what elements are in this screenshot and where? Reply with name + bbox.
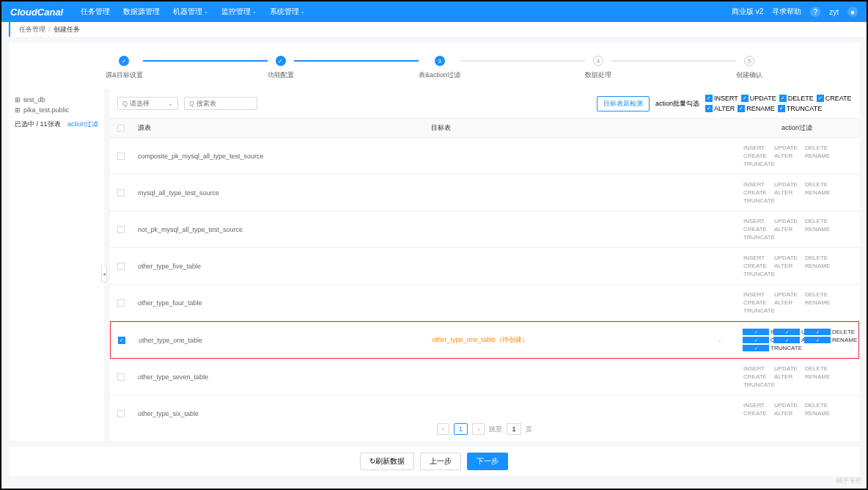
step-dot: 5 (744, 56, 754, 66)
jump-input[interactable] (507, 423, 521, 435)
source-table-name: other_type_five_table (132, 258, 425, 274)
filter-select[interactable]: Q ⌄ (117, 97, 178, 110)
target-table-cell[interactable]: other_type_one_table（待创建）⌄ (426, 331, 734, 349)
search-table-input[interactable] (196, 100, 255, 107)
action-filter-link[interactable]: action过滤 (67, 120, 98, 129)
help-icon[interactable]: ? (810, 7, 820, 17)
batch-cb-delete[interactable]: ✓ (779, 95, 787, 102)
col-actions: action过滤 (735, 119, 859, 137)
step-dot: 4 (593, 56, 603, 66)
batch-cb-insert[interactable]: ✓ (705, 95, 713, 102)
table-row: not_pk_mysql_all_type_test_source INSERT… (110, 211, 859, 248)
db-tree-item[interactable]: ⊞test_db (15, 95, 98, 105)
actions-cell: ✓INSERT✓UPDATE✓DELETE✓CREATE✓ALTER✓RENAM… (740, 326, 853, 354)
nav-item-0[interactable]: 任务管理 (81, 7, 110, 17)
watermark: 橘乎专栏 (836, 476, 862, 486)
source-table-name: other_type_six_table (132, 406, 425, 418)
database-icon: ⊞ (15, 106, 21, 114)
page-next-button[interactable]: › (472, 423, 485, 435)
breadcrumb: 任务管理 / 创建任务 (9, 22, 867, 37)
target-table-cell[interactable] (425, 225, 735, 234)
nav-item-2[interactable]: 机器管理 ⌄ (173, 7, 208, 17)
selection-status: 已选中 / 11张表 (15, 120, 61, 128)
target-check-button[interactable]: 目标表新检测 (597, 96, 650, 111)
table-row: composite_pk_mysql_all_type_test_source … (110, 138, 859, 175)
chevron-down-icon: ⌄ (717, 337, 722, 343)
user-avatar-icon[interactable]: ● (847, 7, 858, 17)
nav-item-3[interactable]: 监控管理 ⌄ (221, 7, 257, 17)
page-number[interactable]: 1 (454, 423, 468, 435)
top-bar: CloudCanal 任务管理数据源管理机器管理 ⌄监控管理 ⌄系统管理 ⌄ 商… (1, 1, 867, 22)
batch-cb-alter[interactable]: ✓ (705, 105, 713, 112)
breadcrumb-parent[interactable]: 任务管理 (19, 25, 45, 34)
db-sidebar: ⊞test_db⊞pika_test.public 已选中 / 11张表 act… (9, 89, 104, 441)
resize-handle-icon[interactable]: ◂ (101, 265, 107, 282)
row-checkbox[interactable] (117, 189, 125, 197)
row-checkbox[interactable] (117, 299, 125, 307)
row-checkbox[interactable]: ✓ (118, 337, 125, 344)
table-row: other_type_seven_table INSERTUPDATEDELET… (110, 359, 859, 395)
target-table-cell[interactable] (425, 373, 735, 381)
row-checkbox[interactable] (117, 410, 125, 417)
step-label: 创建确认 (736, 70, 762, 80)
table-content: Q ⌄ Q 目标表新检测 action批量勾选 ✓INSERT✓UPDATE✓D… (110, 89, 859, 441)
act-cb[interactable]: ✓ (743, 337, 769, 343)
logo: CloudCanal (10, 7, 63, 18)
target-table-cell[interactable] (425, 409, 735, 418)
step-dot: 3 (435, 56, 445, 66)
search-icon: Q (122, 100, 128, 107)
select-all-checkbox[interactable] (117, 125, 125, 132)
batch-cb-update[interactable]: ✓ (741, 95, 749, 102)
step-label: 表&action过滤 (419, 70, 460, 80)
act-cb[interactable]: ✓ (804, 337, 831, 343)
row-checkbox[interactable] (117, 373, 125, 381)
col-source: 源表 (132, 119, 425, 137)
page-prev-button[interactable]: ‹ (437, 423, 449, 435)
target-table-cell[interactable] (425, 262, 735, 271)
batch-cb-truncate[interactable]: ✓ (778, 105, 785, 112)
user-name[interactable]: zyt (829, 8, 839, 16)
target-table-cell[interactable] (425, 152, 735, 161)
row-checkbox[interactable] (117, 226, 125, 233)
next-button[interactable]: 下一步 (467, 453, 508, 470)
filter-select-input[interactable] (130, 100, 166, 107)
breadcrumb-current: 创建任务 (54, 25, 80, 34)
source-table-name: not_pk_mysql_all_type_test_source (132, 222, 425, 238)
target-table-cell[interactable] (425, 299, 735, 307)
search-table[interactable]: Q (184, 97, 257, 110)
chevron-down-icon: ⌄ (301, 9, 305, 15)
refresh-icon: ↻ (369, 457, 375, 465)
actions-cell: INSERTUPDATEDELETECREATEALTERRENAMETRUNC… (740, 216, 853, 243)
act-cb[interactable]: ✓ (773, 337, 800, 343)
refresh-button[interactable]: ↻刷新数据 (360, 453, 414, 470)
footer-actions: ↻刷新数据 上一步 下一步 (9, 447, 859, 476)
table-row: ✓ other_type_one_table other_type_one_ta… (110, 321, 859, 359)
table-row: other_type_six_table INSERTUPDATEDELETEC… (110, 395, 859, 417)
jump-label: 跳至 (489, 425, 502, 434)
version-label: 商业版 v2 (732, 7, 763, 17)
act-cb[interactable]: ✓ (743, 345, 769, 351)
row-checkbox[interactable] (117, 153, 125, 160)
act-cb[interactable]: ✓ (743, 329, 769, 335)
act-cb[interactable]: ✓ (804, 329, 831, 335)
nav-item-1[interactable]: 数据源管理 (123, 7, 160, 17)
main-nav: 任务管理数据源管理机器管理 ⌄监控管理 ⌄系统管理 ⌄ (81, 7, 305, 17)
target-table-cell[interactable] (425, 189, 735, 197)
batch-cb-create[interactable]: ✓ (817, 95, 824, 102)
table-row: other_type_five_table INSERTUPDATEDELETE… (110, 248, 859, 285)
actions-cell: INSERTUPDATEDELETECREATEALTERRENAMETRUNC… (740, 179, 853, 206)
source-table-name: other_type_seven_table (132, 369, 425, 385)
actions-cell: INSERTUPDATEDELETECREATEALTERRENAMETRUNC… (740, 252, 853, 279)
source-table-name: mysql_all_type_test_source (132, 185, 425, 201)
prev-button[interactable]: 上一步 (420, 453, 461, 470)
db-tree-item[interactable]: ⊞pika_test.public (15, 105, 98, 115)
page-suffix: 页 (526, 425, 532, 434)
search-icon: Q (189, 100, 194, 107)
row-checkbox[interactable] (117, 263, 125, 270)
batch-cb-rename[interactable]: ✓ (738, 105, 745, 112)
table-row: mysql_all_type_test_source INSERTUPDATED… (110, 175, 859, 211)
act-cb[interactable]: ✓ (773, 329, 800, 335)
actions-cell: INSERTUPDATEDELETECREATEALTERRENAMETRUNC… (740, 363, 853, 390)
help-link[interactable]: 寻求帮助 (772, 7, 801, 17)
nav-item-4[interactable]: 系统管理 ⌄ (270, 7, 305, 17)
